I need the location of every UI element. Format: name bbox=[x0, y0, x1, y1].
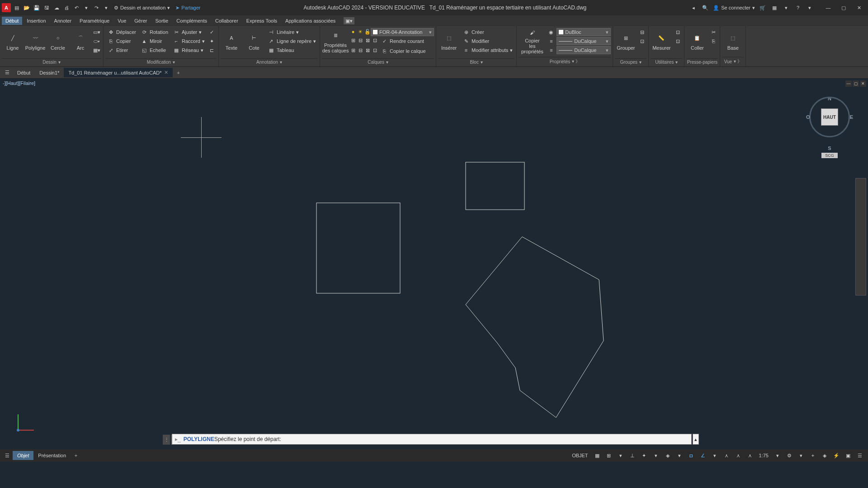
menu-applications[interactable]: Applications associées bbox=[282, 17, 339, 25]
customize-icon[interactable]: ☰ bbox=[854, 450, 865, 460]
panel-title-vue[interactable]: Vue ▾ 》 bbox=[722, 57, 744, 66]
chevron-down-icon[interactable]: ▾ bbox=[674, 450, 685, 460]
tab-current-file[interactable]: Td_01 Réaménager u...utilisant AutoCAD*✕ bbox=[64, 68, 173, 77]
layer-tool-icon[interactable]: ⊠ bbox=[364, 37, 371, 43]
viewcube-face[interactable]: HAUT bbox=[821, 108, 838, 126]
chevron-down-icon[interactable]: ▾ bbox=[615, 450, 626, 460]
miroir-button[interactable]: ▲Miroir bbox=[139, 37, 170, 45]
menu-vue[interactable]: Vue bbox=[114, 17, 130, 25]
status-scale[interactable]: 1:75 bbox=[756, 453, 771, 458]
chevron-left-icon[interactable]: ◂ bbox=[689, 4, 698, 12]
coller-button[interactable]: 📋Coller bbox=[686, 28, 708, 54]
deplacer-button[interactable]: ✥Déplacer bbox=[105, 28, 138, 36]
linetype-icon[interactable]: ≡ bbox=[547, 37, 556, 45]
polygon-shape[interactable] bbox=[466, 237, 604, 418]
bulb-icon[interactable]: ● bbox=[350, 28, 356, 35]
viewcube-o[interactable]: O bbox=[806, 114, 810, 120]
base-button[interactable]: ⬚Base bbox=[722, 28, 744, 54]
workspace-selector[interactable]: ⚙ Dessin et annotation ▾ bbox=[114, 5, 170, 11]
qat-new-icon[interactable]: ▤ bbox=[13, 4, 21, 12]
menu-insertion[interactable]: Insertion bbox=[23, 17, 49, 25]
annotation-auto-icon[interactable]: ⋏ bbox=[745, 450, 755, 460]
lock-icon[interactable]: 🔓 bbox=[364, 28, 371, 35]
panel-title-bloc[interactable]: Bloc ▾ bbox=[438, 58, 514, 66]
share-button[interactable]: ➤ Partager bbox=[175, 5, 200, 11]
chevron-down-icon[interactable]: ▾ bbox=[806, 4, 814, 12]
util-icon[interactable]: ⊡ bbox=[673, 28, 682, 36]
menu-debut[interactable]: Début bbox=[2, 17, 22, 25]
add-tab-button[interactable]: + bbox=[173, 70, 184, 75]
isodraft-icon[interactable]: ◈ bbox=[662, 450, 673, 460]
hamburger-icon[interactable]: ☰ bbox=[2, 453, 13, 459]
copier-calque-button[interactable]: ⎘Copier le calque bbox=[379, 47, 428, 55]
chevron-down-icon[interactable]: ▾ bbox=[782, 4, 790, 12]
layer-tool-icon[interactable]: ⊞ bbox=[350, 47, 356, 53]
ortho-icon[interactable]: ⊥ bbox=[627, 450, 638, 460]
modifier-attributs-button[interactable]: ≡Modifier attributs ▾ bbox=[461, 46, 514, 54]
chevron-down-icon[interactable]: ▾ bbox=[651, 450, 661, 460]
reseau-button[interactable]: ▦Réseau ▾ bbox=[171, 46, 207, 54]
hardware-accel-icon[interactable]: ⚡ bbox=[831, 450, 842, 460]
rectangle-shape[interactable] bbox=[316, 203, 400, 293]
qat-saveas-icon[interactable]: 🖫 bbox=[42, 4, 51, 12]
color-dropdown[interactable]: DuBloc▾ bbox=[557, 28, 611, 36]
echelle-button[interactable]: ◱Echelle bbox=[139, 46, 170, 54]
annotation-visibility-icon[interactable]: ⋏ bbox=[733, 450, 744, 460]
restore-button[interactable]: ▢ bbox=[836, 2, 851, 13]
panel-title-annotation[interactable]: Annotation ▾ bbox=[221, 58, 318, 66]
group-edit-icon[interactable]: ⊡ bbox=[637, 37, 646, 45]
texte-button[interactable]: ATexte bbox=[221, 28, 242, 54]
rotation-button[interactable]: ⟳Rotation bbox=[139, 28, 170, 36]
layer-tool-icon[interactable]: ⊡ bbox=[372, 37, 378, 43]
command-line[interactable]: ▸_ POLYLIGNE Spécifiez le point de dépar… bbox=[172, 434, 692, 445]
rectangle-shape[interactable] bbox=[466, 162, 524, 210]
status-model-label[interactable]: OBJET bbox=[569, 453, 590, 458]
modifier-button[interactable]: ✎Modifier bbox=[461, 37, 514, 45]
qat-web-icon[interactable]: ☁ bbox=[52, 4, 61, 12]
offset-icon[interactable]: ⊏ bbox=[208, 46, 217, 54]
ligne-repere-button[interactable]: ↗Ligne de repère ▾ bbox=[266, 37, 318, 45]
layer-tool-icon[interactable]: ⊞ bbox=[350, 37, 356, 43]
copy-clip-icon[interactable]: ⎘ bbox=[709, 37, 718, 45]
ligne-button[interactable]: ╱Ligne bbox=[2, 28, 24, 54]
featured-apps-icon[interactable]: ▣▾ bbox=[344, 17, 354, 24]
cercle-button[interactable]: ○Cercle bbox=[47, 28, 69, 54]
polyligne-button[interactable]: 〰Polyligne bbox=[24, 28, 46, 54]
qat-plot-icon[interactable]: 🖨 bbox=[62, 4, 71, 12]
hatch-icon[interactable]: ▦▾ bbox=[92, 46, 101, 54]
layer-tool-icon[interactable]: ⊟ bbox=[357, 47, 363, 53]
menu-parametrique[interactable]: Paramétrique bbox=[76, 17, 113, 25]
layer-tool-icon[interactable]: ⊡ bbox=[372, 47, 378, 53]
tab-dessin1[interactable]: Dessin1* bbox=[35, 68, 64, 77]
navigation-bar[interactable] bbox=[855, 178, 866, 296]
erase-icon[interactable]: ✓ bbox=[208, 28, 217, 36]
osnap-icon[interactable]: ◘ bbox=[686, 450, 697, 460]
viewcube[interactable]: N O HAUT E S SCG bbox=[805, 91, 854, 164]
panel-title-calques[interactable]: Calques ▾ bbox=[322, 58, 434, 66]
annotation-scale-icon[interactable]: ⋏ bbox=[721, 450, 732, 460]
qat-open-icon[interactable]: 📂 bbox=[23, 4, 31, 12]
menu-annoter[interactable]: Annoter bbox=[51, 17, 75, 25]
copier-button[interactable]: ⎘Copier bbox=[105, 37, 138, 45]
add-layout-button[interactable]: + bbox=[71, 453, 81, 458]
hamburger-icon[interactable]: ☰ bbox=[2, 70, 13, 75]
cut-icon[interactable]: ✂ bbox=[709, 28, 718, 36]
clean-screen-icon[interactable]: ▣ bbox=[843, 450, 854, 460]
tab-debut[interactable]: Début bbox=[13, 68, 35, 77]
plus-icon[interactable]: + bbox=[807, 450, 818, 460]
chevron-down-icon[interactable]: ▾ bbox=[772, 450, 783, 460]
close-button[interactable]: ✕ bbox=[852, 2, 866, 13]
explode-icon[interactable]: ✦ bbox=[208, 37, 217, 45]
app-launcher-icon[interactable]: ▦ bbox=[770, 4, 778, 12]
mesurer-button[interactable]: 📏Mesurer bbox=[651, 28, 672, 54]
proprietes-calques-button[interactable]: ≣Propriétés des calques bbox=[322, 28, 349, 54]
ajuster-button[interactable]: ✂Ajuster ▾ bbox=[171, 28, 207, 36]
isolate-icon[interactable]: ◈ bbox=[819, 450, 830, 460]
chevron-down-icon[interactable]: ▾ bbox=[82, 4, 90, 12]
raccord-button[interactable]: ⌐Raccord ▾ bbox=[171, 37, 207, 45]
linetype-dropdown[interactable]: DuCalque▾ bbox=[557, 37, 611, 45]
search-icon[interactable]: 🔍 bbox=[701, 4, 709, 12]
qat-redo-icon[interactable]: ↷ bbox=[92, 4, 100, 12]
chevron-down-icon[interactable]: ▾ bbox=[796, 450, 807, 460]
panel-title-utilitaires[interactable]: Utilitaires ▾ bbox=[651, 58, 682, 66]
